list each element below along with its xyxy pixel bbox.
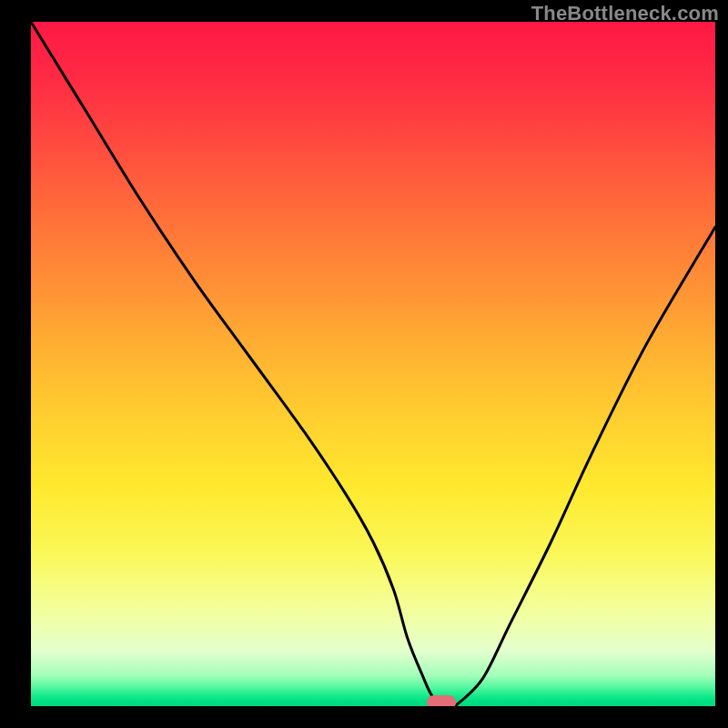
watermark-text: TheBottleneck.com — [531, 2, 719, 25]
curve-layer — [31, 22, 715, 706]
plot-area — [31, 22, 715, 706]
figure-root: TheBottleneck.com — [0, 0, 728, 728]
min-marker — [427, 695, 456, 706]
bottleneck-curve — [31, 22, 715, 706]
